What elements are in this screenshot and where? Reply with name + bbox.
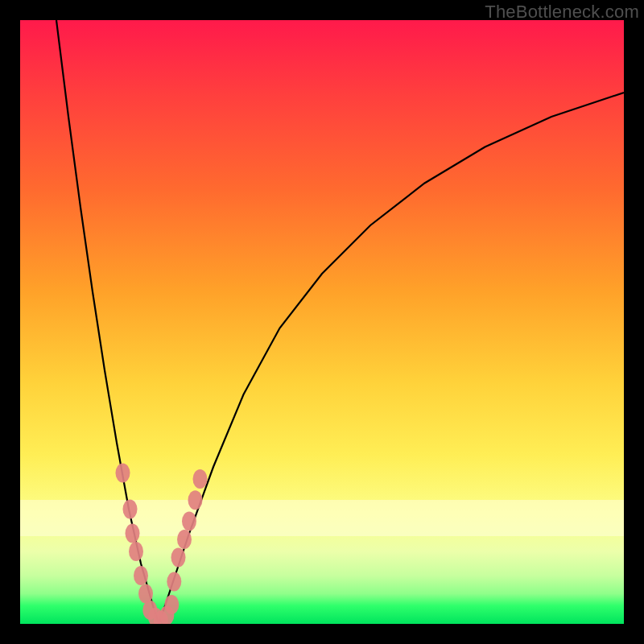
curve-right-branch xyxy=(159,93,625,624)
bead-marker xyxy=(116,464,130,483)
bead-marker xyxy=(193,469,208,489)
bottleneck-curve xyxy=(20,20,624,624)
bead-marker xyxy=(177,530,192,549)
bead-marker xyxy=(171,548,186,568)
bead-marker xyxy=(188,490,203,510)
bead-marker xyxy=(167,572,181,592)
bead-marker xyxy=(164,595,179,614)
bead-marker xyxy=(129,542,143,561)
chart-frame: TheBottleneck.com xyxy=(0,0,644,644)
bead-marker xyxy=(126,524,140,543)
bead-markers xyxy=(116,464,208,625)
plot-area xyxy=(20,20,624,624)
bead-marker xyxy=(134,566,148,585)
curve-paths xyxy=(56,20,624,624)
bead-marker xyxy=(182,512,196,531)
curve-left-branch xyxy=(56,20,159,624)
bead-marker xyxy=(123,500,138,519)
